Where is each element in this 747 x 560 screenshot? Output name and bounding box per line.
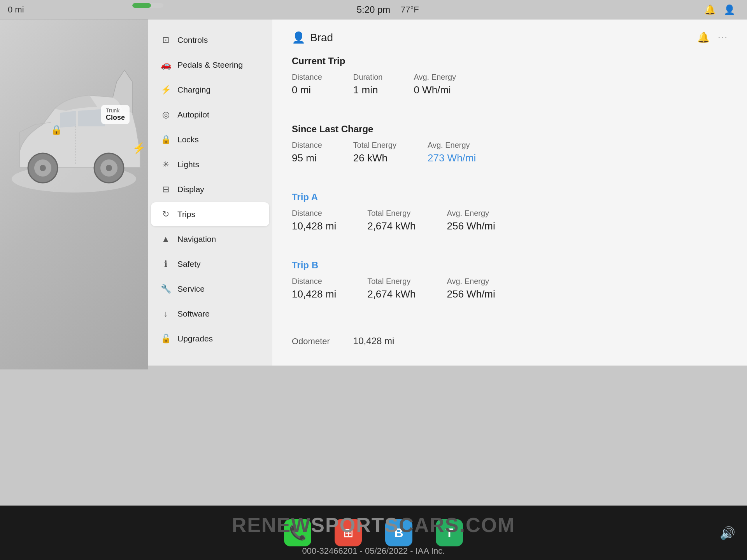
software-icon: ↓ [160, 309, 171, 319]
locks-icon: 🔒 [160, 135, 171, 145]
since-last-charge-total-energy-label: Total Energy [353, 141, 396, 150]
trip-a-distance: Distance 10,428 mi [292, 209, 336, 232]
profile-icon[interactable]: 👤 [724, 4, 735, 15]
current-trip-avg-energy-label: Avg. Energy [414, 73, 456, 82]
bottom-bar: 📞 ⊞ B T RENEWSPORTSCARS.COM 🔊 000-324662… [0, 506, 747, 560]
notification-icon[interactable]: 🔔 [697, 32, 710, 44]
sidebar-item-software[interactable]: ↓ Software [151, 302, 269, 326]
trip-b-avg-energy: Avg. Energy 256 Wh/mi [447, 277, 495, 300]
sidebar-item-navigation[interactable]: ▲ Navigation [151, 227, 269, 251]
user-name: Brad [310, 32, 333, 44]
sidebar-item-controls[interactable]: ⊡ Controls [151, 28, 269, 52]
trip-b-avg-energy-label: Avg. Energy [447, 277, 495, 286]
car-area: ⚡ Trunk Close 🔒 [0, 19, 148, 369]
since-last-charge-distance: Distance 95 mi [292, 141, 322, 164]
autopilot-icon: ◎ [160, 110, 171, 120]
svg-point-6 [106, 165, 112, 171]
odometer-row: Odometer 10,428 mi [292, 328, 728, 346]
trip-a-distance-label: Distance [292, 209, 336, 218]
controls-icon: ⊡ [160, 35, 171, 45]
trip-a-stats: Distance 10,428 mi Total Energy 2,674 kW… [292, 209, 728, 232]
sidebar-item-display[interactable]: ⊟ Display [151, 177, 269, 201]
trip-b-section: Trip B Distance 10,428 mi Total Energy 2… [292, 260, 728, 312]
trip-b-distance: Distance 10,428 mi [292, 277, 336, 300]
watermark-suffix: .COM [459, 514, 515, 536]
sidebar-item-lights[interactable]: ✳ Lights [151, 152, 269, 177]
lock-icon-car: 🔒 [51, 124, 62, 135]
since-last-charge-avg-energy-value: 273 Wh/mi [428, 152, 476, 164]
since-last-charge-total-energy-value: 26 kWh [353, 152, 396, 164]
current-trip-distance-value: 0 mi [292, 84, 322, 96]
top-bar: 0 mi 5:20 pm 77°F 🔔 👤 [0, 0, 747, 19]
car-illustration: ⚡ [4, 31, 144, 284]
trip-b-title: Trip B [292, 260, 728, 271]
content-panel: 👤 Brad 🔔 ⋯ Current Trip Distance 0 mi Du… [272, 19, 747, 366]
watermark-cars: CARS [399, 514, 459, 536]
since-last-charge-total-energy: Total Energy 26 kWh [353, 141, 396, 164]
sidebar-item-pedals[interactable]: 🚗 Pedals & Steering [151, 53, 269, 77]
main-content: ⊡ Controls 🚗 Pedals & Steering ⚡ Chargin… [148, 19, 747, 366]
temperature-display: 77°F [401, 5, 419, 15]
trip-b-distance-label: Distance [292, 277, 336, 286]
svg-point-3 [40, 165, 46, 171]
trip-a-total-energy-value: 2,674 kWh [367, 220, 416, 232]
trip-a-total-energy: Total Energy 2,674 kWh [367, 209, 416, 232]
trip-b-total-energy-label: Total Energy [367, 277, 416, 286]
charging-icon: ⚡ [160, 85, 171, 95]
current-trip-distance-label: Distance [292, 73, 322, 82]
trips-icon: ↻ [160, 209, 171, 219]
trip-a-avg-energy: Avg. Energy 256 Wh/mi [447, 209, 495, 232]
trip-b-avg-energy-value: 256 Wh/mi [447, 288, 495, 300]
trip-b-distance-value: 10,428 mi [292, 288, 336, 300]
current-trip-section: Current Trip Distance 0 mi Duration 1 mi… [292, 56, 728, 108]
current-trip-distance: Distance 0 mi [292, 73, 322, 96]
display-icon: ⊟ [160, 184, 171, 194]
trip-a-section: Trip A Distance 10,428 mi Total Energy 2… [292, 192, 728, 244]
odometer-value: 10,428 mi [353, 336, 394, 346]
trunk-badge[interactable]: Trunk Close [101, 105, 130, 124]
upgrades-icon: 🔓 [160, 334, 171, 344]
trip-b-stats: Distance 10,428 mi Total Energy 2,674 kW… [292, 277, 728, 300]
volume-icon[interactable]: 🔊 [720, 526, 735, 541]
current-trip-duration-label: Duration [353, 73, 383, 82]
since-last-charge-avg-energy: Avg. Energy 273 Wh/mi [428, 141, 476, 164]
sidebar-item-upgrades[interactable]: 🔓 Upgrades [151, 327, 269, 351]
watermark-sports: SPORTS [311, 514, 399, 536]
trip-b-total-energy: Total Energy 2,674 kWh [367, 277, 416, 300]
bottom-info: 000-32466201 - 05/26/2022 - IAA Inc. [302, 546, 445, 556]
current-trip-avg-energy-value: 0 Wh/mi [414, 84, 456, 96]
pedals-icon: 🚗 [160, 60, 171, 70]
sidebar: ⊡ Controls 🚗 Pedals & Steering ⚡ Chargin… [148, 19, 272, 366]
current-trip-duration: Duration 1 min [353, 73, 383, 96]
header-icons: 🔔 ⋯ [697, 32, 728, 44]
user-icon: 👤 [292, 31, 305, 44]
current-trip-duration-value: 1 min [353, 84, 383, 96]
safety-icon: ℹ [160, 259, 171, 269]
sidebar-item-locks[interactable]: 🔒 Locks [151, 128, 269, 152]
sidebar-item-safety[interactable]: ℹ Safety [151, 252, 269, 276]
since-last-charge-distance-label: Distance [292, 141, 322, 150]
extra-icon[interactable]: ⋯ [717, 32, 728, 44]
sidebar-item-service[interactable]: 🔧 Service [151, 277, 269, 301]
trip-a-avg-energy-label: Avg. Energy [447, 209, 495, 218]
battery-fill [132, 3, 151, 8]
mileage-display: 0 mi [8, 5, 24, 15]
battery-indicator [132, 3, 163, 8]
trip-a-distance-value: 10,428 mi [292, 220, 336, 232]
bell-icon[interactable]: 🔔 [704, 4, 716, 15]
current-trip-stats: Distance 0 mi Duration 1 min Avg. Energy… [292, 73, 728, 96]
since-last-charge-avg-energy-label: Avg. Energy [428, 141, 476, 150]
since-last-charge-distance-value: 95 mi [292, 152, 322, 164]
watermark: RENEWSPORTSCARS.COM [232, 513, 516, 537]
sidebar-item-trips[interactable]: ↻ Trips [151, 202, 269, 226]
lights-icon: ✳ [160, 159, 171, 170]
sidebar-item-autopilot[interactable]: ◎ Autopilot [151, 103, 269, 127]
sidebar-item-charging[interactable]: ⚡ Charging [151, 78, 269, 102]
user-header: 👤 Brad 🔔 ⋯ [292, 31, 728, 44]
svg-text:⚡: ⚡ [132, 142, 144, 154]
watermark-renew: RENEW [232, 514, 311, 536]
trip-a-total-energy-label: Total Energy [367, 209, 416, 218]
since-last-charge-stats: Distance 95 mi Total Energy 26 kWh Avg. … [292, 141, 728, 164]
trunk-action[interactable]: Close [106, 114, 125, 122]
current-trip-title: Current Trip [292, 56, 728, 66]
